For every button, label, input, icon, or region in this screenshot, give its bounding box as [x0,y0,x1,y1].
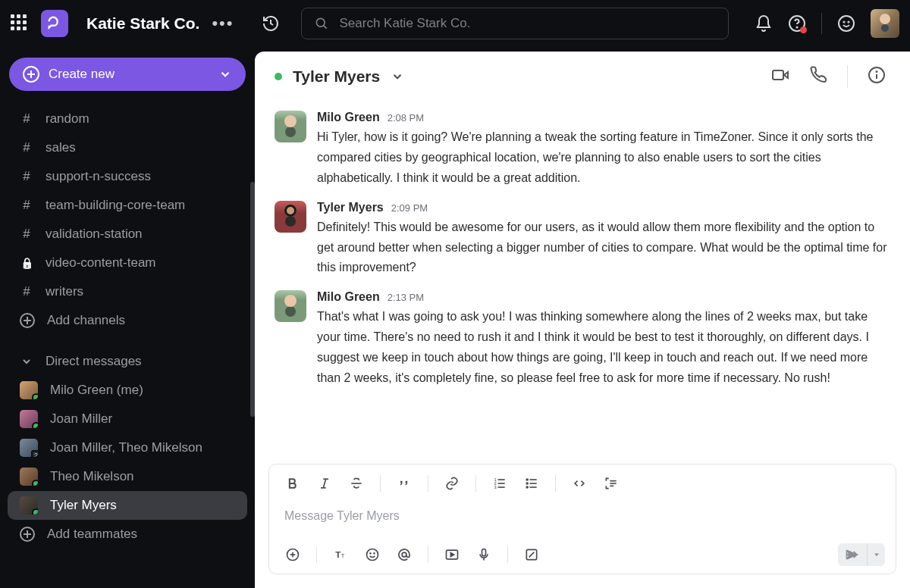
message-avatar[interactable] [275,111,306,142]
strikethrough-icon[interactable] [344,471,369,496]
microphone-icon[interactable] [471,542,497,568]
hash-icon: # [20,140,33,155]
sidebar: Create new #random#sales#support-n-succe… [0,47,255,588]
svg-rect-7 [773,70,783,80]
hash-icon: # [20,227,33,242]
message-avatar[interactable] [275,290,306,322]
chevron-down-icon[interactable] [391,70,404,83]
channel-item[interactable]: 🔒video-content-team [0,249,255,277]
emoji-icon[interactable] [837,14,855,33]
user-avatar[interactable] [871,9,899,38]
app-switcher-icon[interactable] [11,14,29,33]
message-time: 2:13 PM [388,292,424,303]
send-button[interactable] [838,543,867,566]
divider [316,546,317,563]
dm-avatar [20,410,38,428]
italic-icon[interactable] [312,471,337,496]
presence-indicator [275,73,282,80]
divider [428,546,428,563]
emoji-picker-icon[interactable] [359,542,385,568]
dm-item[interactable]: Theo Mikelson [0,462,255,491]
bullet-list-icon[interactable] [519,471,544,496]
add-channels-button[interactable]: Add channels [0,306,255,335]
send-options-button[interactable] [867,543,885,566]
svg-line-45 [529,552,535,558]
dm-item[interactable]: Joan Miller [0,405,255,433]
video-call-icon[interactable] [767,61,794,92]
channel-item[interactable]: #sales [0,133,255,162]
dm-item[interactable]: Milo Green (me) [0,376,255,405]
hash-icon: # [20,198,33,213]
lock-icon: 🔒 [20,257,33,269]
message-author[interactable]: Milo Green [317,290,380,304]
bold-icon[interactable] [280,471,306,496]
channel-item[interactable]: #support-n-success [0,162,255,191]
code-block-icon[interactable] [598,471,624,496]
create-new-label: Create new [49,67,209,82]
svg-point-3 [796,27,797,27]
channel-item[interactable]: #validation-station [0,220,255,249]
dm-section-header[interactable]: Direct messages [0,347,255,376]
dm-label: Tyler Myers [50,498,117,513]
sidebar-scroll[interactable]: #random#sales#support-n-success#team-bui… [0,105,255,588]
message-text: That's what I was going to ask you! I wa… [317,307,890,389]
chevron-down-icon [20,355,33,368]
channel-label: sales [46,140,76,155]
svg-rect-42 [482,549,486,556]
workspace-title[interactable]: Katie Stark Co. [86,14,199,33]
svg-point-36 [367,549,378,561]
video-clip-icon[interactable] [439,542,465,568]
link-icon[interactable] [439,471,465,496]
svg-text:T: T [341,552,345,559]
svg-text:3: 3 [494,485,497,489]
divider [555,475,556,492]
message-author[interactable]: Tyler Myers [317,201,384,214]
message-list[interactable]: Milo Green2:08 PMHi Tyler, how is it goi… [255,102,910,458]
notifications-icon[interactable] [755,14,773,33]
svg-point-26 [526,483,528,484]
help-icon[interactable] [788,14,806,33]
code-icon[interactable] [566,471,592,496]
add-teammates-button[interactable]: Add teammates [0,520,255,549]
dm-avatar [20,381,38,399]
message-author[interactable]: Milo Green [317,111,380,124]
channel-label: video-content-team [46,255,156,271]
text-format-icon[interactable]: TT [328,542,353,568]
svg-point-37 [370,553,371,554]
create-new-button[interactable]: Create new [9,58,246,91]
info-icon[interactable] [863,61,890,92]
shortcuts-icon[interactable] [519,542,544,568]
dm-item[interactable]: 2Joan Miller, Theo Mikelson [0,433,255,462]
history-icon[interactable] [262,14,280,33]
attach-icon[interactable] [280,542,306,568]
plus-circle-icon [23,66,39,83]
brand-logo[interactable] [41,10,68,37]
hash-icon: # [20,169,33,184]
message-input[interactable] [283,508,882,524]
channel-item[interactable]: #random [0,105,255,133]
composer-action-toolbar: TT [269,536,896,574]
message-avatar[interactable] [275,201,306,233]
channel-item[interactable]: #writers [0,277,255,306]
message-text: Hi Tyler, how is it going? We're plannin… [317,127,890,189]
search-input[interactable] [338,15,717,32]
svg-point-27 [526,486,528,488]
ordered-list-icon[interactable]: 123 [487,471,513,496]
chat-title[interactable]: Tyler Myers [293,67,380,86]
hash-icon: # [20,284,33,299]
mention-icon[interactable] [391,542,417,568]
channel-item[interactable]: #team-building-core-team [0,191,255,220]
search-bar[interactable] [301,8,730,39]
svg-point-25 [526,479,528,480]
svg-marker-48 [874,554,879,557]
dm-item[interactable]: Tyler Myers [8,491,247,520]
composer-input-area[interactable] [269,502,896,536]
more-menu-icon[interactable]: ••• [212,14,234,33]
phone-call-icon[interactable] [805,61,832,92]
chevron-down-icon [218,67,232,81]
divider [821,13,822,34]
help-badge-dot [800,27,807,33]
quote-icon[interactable] [391,471,417,496]
dm-label: Joan Miller, Theo Mikelson [50,440,202,455]
scrollbar[interactable] [250,182,255,417]
